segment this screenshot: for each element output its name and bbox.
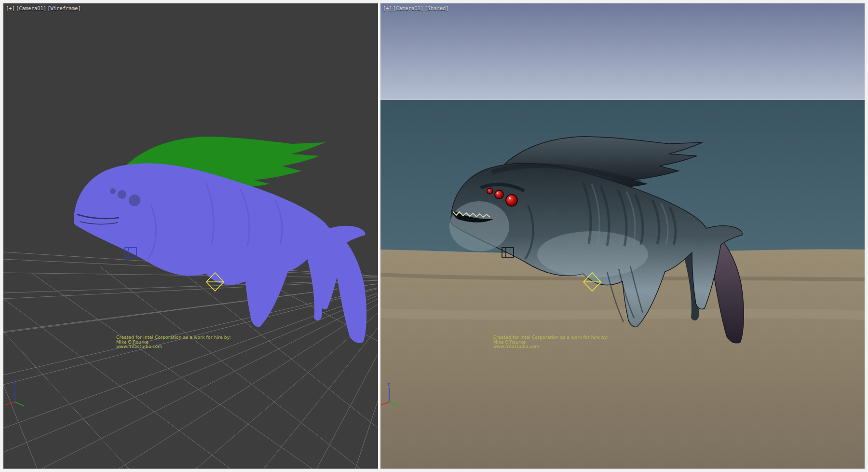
- viewport-label: [+] [Camera01] [Wireframe]: [6, 5, 81, 11]
- credit-line-3: www.fritzstudio.com: [116, 345, 231, 349]
- viewport-pov-menu[interactable]: [Camera01]: [393, 5, 423, 11]
- app-window: { "viewport_left": { "label": { "plus": …: [0, 0, 868, 472]
- viewport-label: [+] [Camera01] [Shaded]: [383, 5, 449, 11]
- axis-z-label: z: [13, 382, 15, 387]
- credit-text: Created for Intel Corporation as a work …: [116, 335, 231, 349]
- viewport-shading-menu[interactable]: [Shaded]: [424, 5, 449, 11]
- credit-text: Created for Intel Corporation as a work …: [493, 335, 608, 349]
- fish-wireframe-object[interactable]: [74, 163, 366, 343]
- axis-z-label: z: [387, 382, 390, 387]
- viewport-shaded[interactable]: [+] [Camera01] [Shaded]: [380, 3, 865, 469]
- sky-gradient: [380, 3, 865, 101]
- credit-line-3: www.fritzstudio.com: [493, 345, 608, 349]
- viewport-general-menu[interactable]: [+]: [383, 5, 392, 11]
- viewport-wireframe[interactable]: [+] [Camera01] [Wireframe]: [3, 3, 378, 469]
- viewport-shading-menu[interactable]: [Wireframe]: [47, 5, 81, 11]
- fish-body[interactable]: [74, 163, 365, 327]
- wireframe-scene-canvas: z: [3, 3, 378, 469]
- viewport-pov-menu[interactable]: [Camera01]: [16, 5, 46, 11]
- viewport-general-menu[interactable]: [+]: [6, 5, 15, 11]
- shaded-scene-canvas: z: [380, 3, 865, 469]
- world-axis-tripod: z: [5, 382, 24, 406]
